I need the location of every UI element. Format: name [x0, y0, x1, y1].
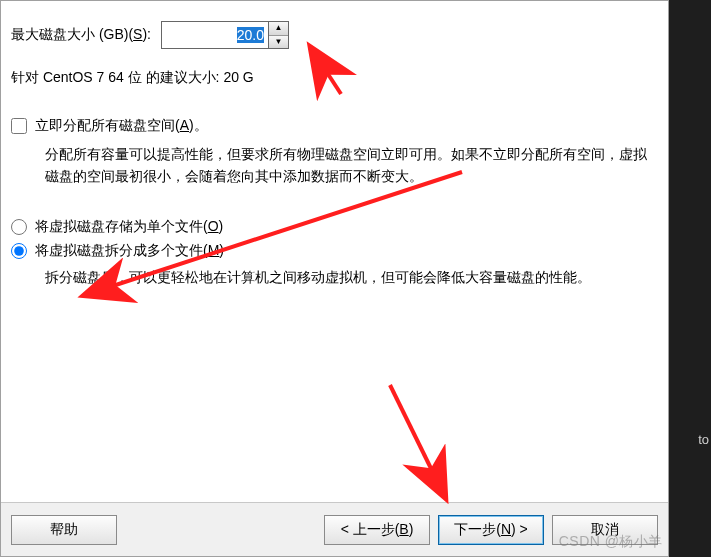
- store-split-label: 将虚拟磁盘拆分成多个文件(M): [35, 242, 224, 260]
- allocate-now-row: 立即分配所有磁盘空间(A)。: [11, 117, 658, 135]
- allocate-now-checkbox[interactable]: [11, 118, 27, 134]
- next-button[interactable]: 下一步(N) >: [438, 515, 544, 545]
- external-sidebar: to: [669, 0, 711, 557]
- disk-size-spinner: ▲ ▼: [161, 21, 289, 49]
- store-single-label: 将虚拟磁盘存储为单个文件(O): [35, 218, 223, 236]
- disk-size-input[interactable]: [161, 21, 269, 49]
- disk-size-row: 最大磁盘大小 (GB)(S): ▲ ▼: [11, 21, 658, 49]
- help-button[interactable]: 帮助: [11, 515, 117, 545]
- spinner-down-button[interactable]: ▼: [269, 36, 288, 49]
- dialog-content: 最大磁盘大小 (GB)(S): ▲ ▼ 针对 CentOS 7 64 位 的建议…: [1, 1, 668, 328]
- store-single-radio[interactable]: [11, 219, 27, 235]
- recommended-size-hint: 针对 CentOS 7 64 位 的建议大小: 20 G: [11, 69, 658, 87]
- back-button[interactable]: < 上一步(B): [324, 515, 430, 545]
- store-split-desc: 拆分磁盘后，可以更轻松地在计算机之间移动虚拟机，但可能会降低大容量磁盘的性能。: [45, 266, 658, 288]
- spinner-up-button[interactable]: ▲: [269, 22, 288, 36]
- store-split-row: 将虚拟磁盘拆分成多个文件(M): [11, 242, 658, 260]
- store-split-radio[interactable]: [11, 243, 27, 259]
- spinner-buttons: ▲ ▼: [269, 21, 289, 49]
- watermark: CSDN @杨小羊: [559, 533, 663, 551]
- allocate-now-desc: 分配所有容量可以提高性能，但要求所有物理磁盘空间立即可用。如果不立即分配所有空间…: [45, 143, 658, 188]
- store-single-row: 将虚拟磁盘存储为单个文件(O): [11, 218, 658, 236]
- wizard-dialog: 最大磁盘大小 (GB)(S): ▲ ▼ 针对 CentOS 7 64 位 的建议…: [0, 0, 669, 557]
- allocate-now-label: 立即分配所有磁盘空间(A)。: [35, 117, 208, 135]
- disk-size-label: 最大磁盘大小 (GB)(S):: [11, 26, 151, 44]
- sidebar-marker: to: [698, 432, 709, 447]
